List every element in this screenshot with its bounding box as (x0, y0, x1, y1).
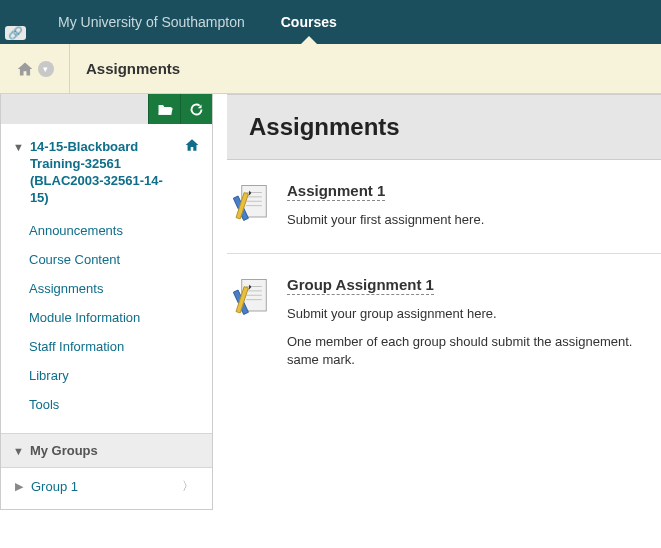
nav-staff-information[interactable]: Staff Information (29, 332, 212, 361)
content-item: Group Assignment 1Submit your group assi… (227, 254, 661, 393)
sidebar-toolbar (1, 94, 212, 124)
nav-module-information[interactable]: Module Information (29, 303, 212, 332)
my-groups-label: My Groups (30, 443, 98, 458)
group-row[interactable]: ▶ Group 1 〉 (1, 468, 212, 509)
course-home-button[interactable] (184, 138, 200, 155)
refresh-button[interactable] (180, 94, 212, 124)
item-description-line: Submit your group assignment here. (287, 305, 661, 323)
breadcrumb: ▾ Assignments (0, 44, 661, 94)
course-title[interactable]: 14-15-Blackboard Training-32561 (BLAC200… (30, 138, 180, 206)
assignment-icon (233, 182, 275, 224)
nav-tools[interactable]: Tools (29, 390, 212, 419)
breadcrumb-home[interactable]: ▾ (0, 44, 70, 94)
chevron-down-icon: ▾ (38, 61, 54, 77)
item-icon-wrap (233, 182, 287, 229)
sidebar: ▼ 14-15-Blackboard Training-32561 (BLAC2… (0, 94, 213, 510)
item-title-link[interactable]: Assignment 1 (287, 182, 385, 201)
my-groups-header[interactable]: ▼ My Groups (1, 433, 212, 468)
group-label: Group 1 (31, 479, 78, 494)
nav-announcements[interactable]: Announcements (29, 216, 212, 245)
topnav-item-my-university[interactable]: My University of Southampton (40, 0, 263, 44)
link-icon: 🔗 (5, 26, 26, 40)
item-icon-wrap (233, 276, 287, 369)
refresh-icon (189, 102, 204, 117)
folder-icon (157, 103, 173, 116)
topnav-item-courses[interactable]: Courses (263, 0, 355, 44)
content-item: Assignment 1Submit your first assignment… (227, 160, 661, 254)
folder-button[interactable] (148, 94, 180, 124)
home-icon (16, 61, 34, 77)
item-body: Assignment 1Submit your first assignment… (287, 182, 661, 229)
assignment-icon (233, 276, 275, 318)
chevron-right-icon: 〉 (182, 478, 200, 495)
nav-assignments[interactable]: Assignments (29, 274, 212, 303)
content-area: Assignments Assignment 1Submit your firs… (213, 94, 661, 510)
item-title-link[interactable]: Group Assignment 1 (287, 276, 434, 295)
page-header: Assignments (227, 94, 661, 160)
item-description: Submit your group assignment here.One me… (287, 305, 661, 369)
chevron-down-icon: ▼ (13, 445, 24, 457)
course-nav-list: Announcements Course Content Assignments… (1, 212, 212, 433)
breadcrumb-title: Assignments (70, 60, 180, 77)
nav-course-content[interactable]: Course Content (29, 245, 212, 274)
page-title: Assignments (249, 113, 639, 141)
chevron-down-icon: ▼ (13, 141, 24, 153)
course-header[interactable]: ▼ 14-15-Blackboard Training-32561 (BLAC2… (1, 124, 212, 212)
item-description-line: Submit your first assignment here. (287, 211, 661, 229)
home-icon (184, 138, 200, 152)
item-body: Group Assignment 1Submit your group assi… (287, 276, 661, 369)
nav-library[interactable]: Library (29, 361, 212, 390)
item-description: Submit your first assignment here. (287, 211, 661, 229)
item-description-line: One member of each group should submit t… (287, 333, 661, 369)
top-nav: 🔗 My University of Southampton Courses (0, 0, 661, 44)
chevron-right-icon: ▶ (15, 480, 23, 493)
